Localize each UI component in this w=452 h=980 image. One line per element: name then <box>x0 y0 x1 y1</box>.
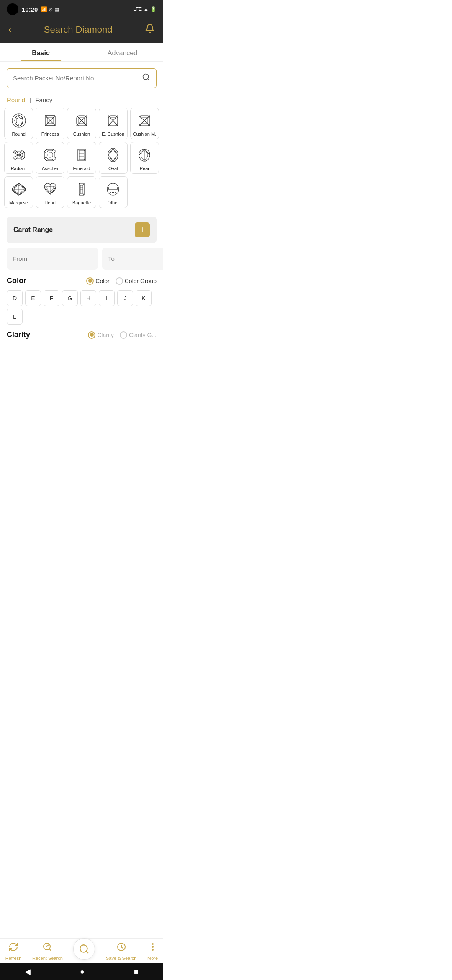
clarity-radio-label: Clarity <box>97 332 114 338</box>
diamond-cushion[interactable]: Cushion <box>67 108 96 139</box>
radio-color-label: Color <box>95 278 109 284</box>
diamond-baguette-label: Baguette <box>72 200 91 205</box>
diamond-asscher-label: Asscher <box>42 166 59 171</box>
svg-line-28 <box>53 116 55 118</box>
color-header: Color Color Color Group <box>7 276 157 285</box>
svg-line-112 <box>50 187 56 194</box>
page-title: Search Diamond <box>44 24 113 35</box>
svg-line-5 <box>19 115 22 117</box>
notification-bell-icon[interactable] <box>145 23 155 36</box>
svg-line-107 <box>12 189 19 195</box>
clarity-header: Clarity Clarity Clarity G... <box>7 330 157 339</box>
svg-line-74 <box>47 149 48 151</box>
color-pill-L[interactable]: L <box>7 309 23 325</box>
svg-marker-73 <box>48 152 53 157</box>
round-link[interactable]: Round <box>7 96 25 103</box>
diamond-asscher[interactable]: Asscher <box>36 142 64 174</box>
lte-label: LTE <box>133 6 142 12</box>
diamond-pear[interactable]: Pear <box>130 142 159 174</box>
fancy-link[interactable]: Fancy <box>35 96 52 103</box>
diamond-radiant[interactable]: Radiant <box>4 142 33 174</box>
svg-marker-72 <box>46 151 54 159</box>
diamond-radiant-label: Radiant <box>11 166 27 171</box>
diamond-other-label: Other <box>107 200 119 205</box>
color-pill-G[interactable]: G <box>62 290 78 306</box>
tabs-container: Basic Advanced <box>0 43 163 62</box>
diamond-oval[interactable]: Oval <box>99 142 128 174</box>
camera-notch <box>7 3 18 15</box>
tab-basic[interactable]: Basic <box>0 43 82 61</box>
search-input-wrap <box>7 68 157 88</box>
tab-advanced[interactable]: Advanced <box>82 43 163 61</box>
svg-line-18 <box>15 117 17 119</box>
search-input[interactable] <box>13 75 139 82</box>
color-pill-E[interactable]: E <box>25 290 41 306</box>
carat-add-button[interactable]: + <box>135 222 150 237</box>
diamond-marquise-label: Marquise <box>9 200 28 205</box>
svg-line-108 <box>19 189 26 195</box>
search-container <box>0 62 163 95</box>
svg-line-7 <box>22 121 23 124</box>
carat-to-input[interactable] <box>102 248 163 270</box>
diamond-round-label: Round <box>12 132 25 137</box>
svg-line-9 <box>15 124 19 126</box>
carat-range-inputs <box>7 248 157 270</box>
color-title: Color <box>7 276 26 285</box>
diamond-emerald-label: Emerald <box>73 166 90 171</box>
sim-icon: ▤ <box>54 6 59 12</box>
color-pill-D[interactable]: D <box>7 290 23 306</box>
clarity-section: Clarity Clarity Clarity G... <box>0 329 163 381</box>
carat-from-input[interactable] <box>7 248 98 270</box>
color-pill-F[interactable]: F <box>44 290 59 306</box>
clarity-title: Clarity <box>7 330 30 339</box>
wifi-icon: 📶 <box>41 6 47 12</box>
color-radio-group-option[interactable]: Color Group <box>116 277 157 285</box>
radio-group-indicator <box>116 277 123 285</box>
clarity-group-option[interactable]: Clarity G... <box>120 331 157 339</box>
color-radio-color[interactable]: Color <box>86 277 109 285</box>
diamond-heart-label: Heart <box>44 200 56 205</box>
svg-line-106 <box>19 183 26 189</box>
signal-icon: ▲ <box>144 6 149 12</box>
diamond-oval-label: Oval <box>108 166 118 171</box>
battery-icon: 🔋 <box>150 6 157 12</box>
status-icons: 📶 ◎ ▤ <box>41 6 59 12</box>
diamond-princess-label: Princess <box>41 132 59 137</box>
svg-line-17 <box>15 122 17 124</box>
diamond-marquise[interactable]: Marquise <box>4 176 33 208</box>
diamond-other[interactable]: Other <box>99 176 128 208</box>
clarity-radio-option[interactable]: Clarity <box>88 331 114 339</box>
clarity-radio-indicator <box>88 331 95 339</box>
diamond-ecushion[interactable]: E. Cushion <box>99 108 128 139</box>
svg-line-77 <box>54 157 56 158</box>
color-pill-I[interactable]: I <box>99 290 115 306</box>
svg-line-10 <box>15 121 15 124</box>
diamond-emerald[interactable]: Emerald <box>67 142 96 174</box>
carat-range-header: Carat Range + <box>7 217 157 243</box>
color-pill-K[interactable]: K <box>136 290 152 306</box>
carrier-icon: ◎ <box>49 7 53 12</box>
diamond-princess[interactable]: Princess <box>36 108 64 139</box>
svg-line-1 <box>148 79 149 80</box>
diamond-cushionm[interactable]: Cushion M. <box>130 108 159 139</box>
color-pill-H[interactable]: H <box>80 290 96 306</box>
svg-line-27 <box>45 116 47 118</box>
svg-marker-12 <box>17 117 21 124</box>
search-icon[interactable] <box>142 73 150 83</box>
shape-divider: | <box>29 96 31 103</box>
diamond-cushionm-label: Cushion M. <box>133 132 157 137</box>
svg-line-14 <box>21 117 22 119</box>
back-button[interactable]: ‹ <box>8 24 11 35</box>
shape-filter-label: Round | Fancy <box>0 95 163 108</box>
diamond-round[interactable]: Round <box>4 108 33 139</box>
color-pill-J[interactable]: J <box>117 290 133 306</box>
diamond-heart[interactable]: Heart <box>36 176 64 208</box>
svg-line-79 <box>47 159 48 161</box>
svg-line-75 <box>52 149 54 151</box>
diamond-cushion-label: Cushion <box>73 132 90 137</box>
svg-line-4 <box>15 115 19 117</box>
diamond-baguette[interactable]: Baguette <box>67 176 96 208</box>
diamond-ecushion-label: E. Cushion <box>102 132 124 137</box>
color-section: Color Color Color Group D E F G H I J K … <box>0 274 163 329</box>
radio-color-indicator <box>86 277 94 285</box>
